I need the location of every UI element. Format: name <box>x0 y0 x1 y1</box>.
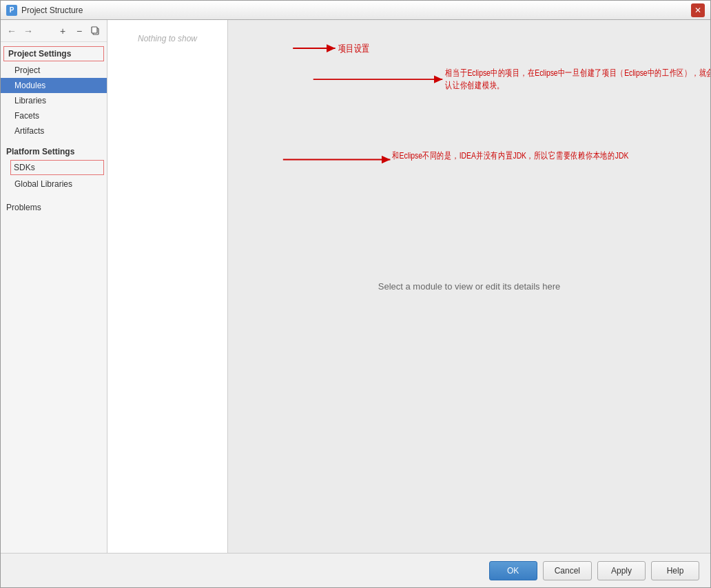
window-icon: P <box>6 5 17 16</box>
module-panel: Nothing to show <box>107 20 228 553</box>
remove-button[interactable]: − <box>72 24 86 38</box>
svg-rect-1 <box>92 27 97 33</box>
sidebar-item-modules[interactable]: Modules <box>1 78 107 93</box>
platform-settings-header: Platform Settings <box>1 143 107 159</box>
window-title: Project Structure <box>21 6 691 15</box>
bottom-bar: OK Cancel Apply Help <box>1 553 710 587</box>
sidebar-item-sdks[interactable]: SDKs <box>10 160 104 175</box>
back-button[interactable]: ← <box>5 24 19 38</box>
forward-button[interactable]: → <box>21 24 35 38</box>
copy-button[interactable] <box>89 24 103 38</box>
module-list: Nothing to show <box>107 20 227 553</box>
sidebar-item-global-libraries[interactable]: Global Libraries <box>1 176 107 192</box>
nothing-to-show-label: Nothing to show <box>138 34 197 43</box>
apply-button[interactable]: Apply <box>597 561 646 580</box>
sidebar-item-problems[interactable]: Problems <box>1 200 107 215</box>
sidebar-item-artifacts[interactable]: Artifacts <box>1 123 107 139</box>
help-button[interactable]: Help <box>651 561 699 580</box>
svg-text:认让你创建模块。: 认让你创建模块。 <box>445 80 504 90</box>
content-area: Select a module to view or edit its deta… <box>228 20 710 553</box>
sidebar-toolbar: ← → + − <box>1 20 107 42</box>
ok-button[interactable]: OK <box>489 561 537 580</box>
title-bar: P Project Structure ✕ <box>1 1 710 20</box>
svg-text:和Eclipse不同的是，IDEA并没有内置JDK，所以它需: 和Eclipse不同的是，IDEA并没有内置JDK，所以它需要依赖你本地的JDK <box>392 150 629 160</box>
add-button[interactable]: + <box>56 24 70 38</box>
svg-text:相当于Eclipse中的项目，在Eclipse中一旦创建了项: 相当于Eclipse中的项目，在Eclipse中一旦创建了项目（Eclipse中… <box>445 68 710 78</box>
project-settings-header: Project Settings <box>3 46 104 61</box>
sidebar-item-libraries[interactable]: Libraries <box>1 93 107 108</box>
cancel-button[interactable]: Cancel <box>543 561 592 580</box>
sidebar-item-project[interactable]: Project <box>1 63 107 78</box>
svg-text:项目设置: 项目设置 <box>338 43 370 54</box>
main-content: ← → + − Project Settings Proje <box>1 20 710 553</box>
select-module-hint: Select a module to view or edit its deta… <box>378 281 560 292</box>
close-button[interactable]: ✕ <box>691 3 705 17</box>
sidebar-item-facets[interactable]: Facets <box>1 108 107 123</box>
sidebar-nav: Project Settings Project Modules Librari… <box>1 42 107 553</box>
sidebar: ← → + − Project Settings Proje <box>1 20 107 553</box>
project-structure-window: P Project Structure ✕ ← → + − <box>0 0 711 588</box>
